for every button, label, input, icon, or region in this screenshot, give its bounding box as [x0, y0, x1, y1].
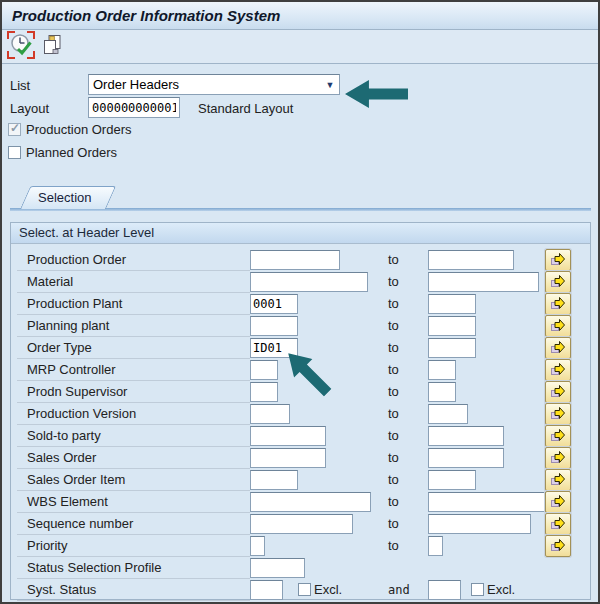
multiple-selection-icon — [550, 361, 566, 380]
priority-multiple-selection-button[interactable] — [545, 535, 571, 557]
to-label: to — [388, 450, 399, 465]
to-label: to — [388, 538, 399, 553]
get-variant-button[interactable] — [41, 33, 65, 60]
syst-status-field-1[interactable] — [250, 580, 283, 600]
page-title: Production Order Information System — [2, 2, 598, 30]
status-selection-profile-from-field[interactable] — [250, 558, 305, 578]
production-version-multiple-selection-button[interactable] — [545, 403, 571, 425]
wbs-element-multiple-selection-button[interactable] — [545, 491, 571, 513]
planning-plant-to-field[interactable] — [428, 316, 476, 336]
order-type-to-field[interactable] — [428, 338, 476, 358]
production-orders-checkbox[interactable] — [8, 123, 21, 136]
sequence-number-multiple-selection-button[interactable] — [545, 513, 571, 535]
selection-row: Production Order to — [11, 249, 590, 271]
excl-label-1: Excl. — [314, 582, 342, 597]
priority-from-field[interactable] — [250, 536, 265, 556]
excl-checkbox-2[interactable] — [471, 583, 484, 596]
and-label: and — [388, 583, 410, 597]
sold-to-party-multiple-selection-button[interactable] — [545, 425, 571, 447]
sales-order-item-from-field[interactable] — [250, 470, 298, 490]
multiple-selection-icon — [550, 493, 566, 512]
selection-row: Production Plant to — [11, 293, 590, 315]
tab-selection[interactable]: Selection — [10, 186, 106, 209]
application-toolbar — [2, 30, 598, 64]
sales-order-to-field[interactable] — [428, 448, 504, 468]
to-label: to — [388, 406, 399, 421]
to-label: to — [388, 296, 399, 311]
planned-orders-label: Planned Orders — [26, 145, 117, 160]
multiple-selection-icon — [550, 537, 566, 556]
field-label: Material — [27, 274, 73, 289]
planning-plant-multiple-selection-button[interactable] — [545, 315, 571, 337]
to-label: to — [388, 516, 399, 531]
production-plant-to-field[interactable] — [428, 294, 476, 314]
prodn-supervisor-from-field[interactable] — [250, 382, 278, 402]
sales-order-item-multiple-selection-button[interactable] — [545, 469, 571, 491]
selection-row: Sequence number to — [11, 513, 590, 535]
selection-row: Order Type to — [11, 337, 590, 359]
syst-status-field-2[interactable] — [428, 580, 461, 600]
list-label: List — [10, 78, 30, 93]
production-plant-from-field[interactable] — [250, 294, 298, 314]
prodn-supervisor-to-field[interactable] — [428, 382, 456, 402]
production-version-from-field[interactable] — [250, 404, 290, 424]
production-orders-label: Production Orders — [26, 122, 132, 137]
material-multiple-selection-button[interactable] — [545, 271, 571, 293]
multiple-selection-icon — [550, 339, 566, 358]
excl-checkbox-1[interactable] — [298, 583, 311, 596]
groupbox-title: Select. at Header Level — [11, 223, 590, 244]
field-label: Priority — [27, 538, 67, 553]
to-label: to — [388, 362, 399, 377]
order-type-multiple-selection-button[interactable] — [545, 337, 571, 359]
sold-to-party-to-field[interactable] — [428, 426, 504, 446]
mrp-controller-from-field[interactable] — [250, 360, 278, 380]
selection-row: Sales Order to — [11, 447, 590, 469]
sequence-number-to-field[interactable] — [428, 514, 531, 534]
production-orders-checkbox-row: Production Orders — [8, 122, 132, 137]
mrp-controller-multiple-selection-button[interactable] — [545, 359, 571, 381]
multiple-selection-icon — [550, 251, 566, 270]
sequence-number-from-field[interactable] — [250, 514, 353, 534]
production-version-to-field[interactable] — [428, 404, 468, 424]
selection-row: Status Selection Profile — [11, 557, 590, 579]
sold-to-party-from-field[interactable] — [250, 426, 326, 446]
selection-row: Priority to — [11, 535, 590, 557]
get-variant-icon — [41, 45, 65, 60]
material-to-field[interactable] — [428, 272, 539, 292]
field-label: Prodn Supervisor — [27, 384, 127, 399]
multiple-selection-icon — [550, 427, 566, 446]
prodn-supervisor-multiple-selection-button[interactable] — [545, 381, 571, 403]
layout-description: Standard Layout — [198, 101, 293, 116]
planned-orders-checkbox-row: Planned Orders — [8, 145, 117, 160]
planning-plant-from-field[interactable] — [250, 316, 298, 336]
to-label: to — [388, 252, 399, 267]
selection-groupbox: Select. at Header Level Production Order… — [10, 222, 591, 600]
production-order-to-field[interactable] — [428, 250, 514, 270]
field-label: Planning plant — [27, 318, 109, 333]
sales-order-from-field[interactable] — [250, 448, 326, 468]
planned-orders-checkbox[interactable] — [8, 146, 21, 159]
production-plant-multiple-selection-button[interactable] — [545, 293, 571, 315]
production-order-multiple-selection-button[interactable] — [545, 249, 571, 271]
wbs-element-to-field[interactable] — [428, 492, 546, 512]
to-label: to — [388, 428, 399, 443]
multiple-selection-icon — [550, 449, 566, 468]
material-from-field[interactable] — [250, 272, 368, 292]
execute-icon — [6, 48, 36, 63]
layout-field[interactable] — [88, 97, 180, 118]
sales-order-multiple-selection-button[interactable] — [545, 447, 571, 469]
wbs-element-from-field[interactable] — [250, 492, 371, 512]
field-label: Status Selection Profile — [27, 560, 161, 575]
mrp-controller-to-field[interactable] — [428, 360, 456, 380]
field-label: Production Order — [27, 252, 126, 267]
sales-order-item-to-field[interactable] — [428, 470, 476, 490]
priority-to-field[interactable] — [428, 536, 443, 556]
multiple-selection-icon — [550, 405, 566, 424]
production-order-from-field[interactable] — [250, 250, 340, 270]
multiple-selection-icon — [550, 515, 566, 534]
list-dropdown[interactable]: Order Headers ▼ — [88, 74, 340, 95]
execute-button[interactable] — [6, 30, 36, 63]
tab-selection-label: Selection — [38, 190, 91, 205]
layout-label: Layout — [10, 101, 49, 116]
field-label: Sold-to party — [27, 428, 101, 443]
